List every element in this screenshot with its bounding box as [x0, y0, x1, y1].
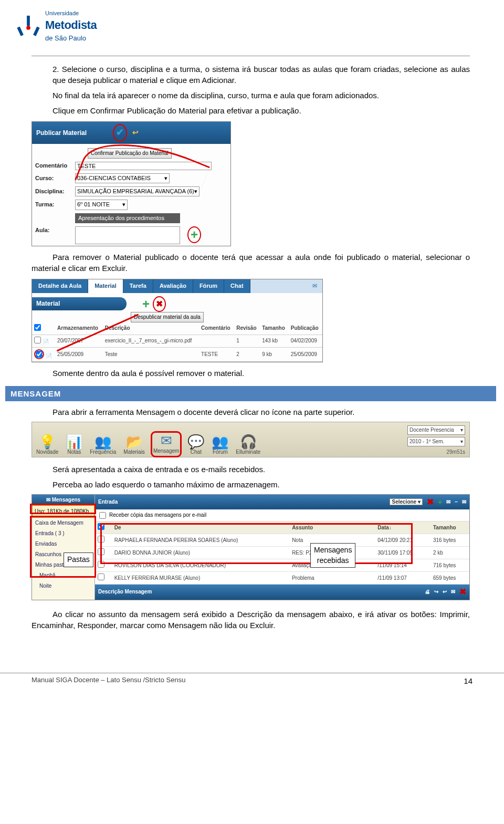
disciplina-label: Disciplina:	[35, 187, 72, 195]
x-icon[interactable]: ✖	[156, 298, 163, 310]
envelope-icon: ✉	[46, 497, 50, 503]
check-icon[interactable]: ✔	[116, 126, 124, 139]
svg-rect-0	[27, 16, 30, 26]
delete-icon[interactable]: ✖	[459, 586, 466, 598]
plus-icon[interactable]: +	[191, 228, 198, 241]
chevron-down-icon: ▾	[460, 438, 463, 445]
paragraph-clique: Clique em Confirmar Publicação do Materi…	[32, 105, 470, 116]
aula-listbox[interactable]	[75, 226, 180, 244]
delete-icon[interactable]: ✖	[427, 496, 434, 508]
copy-option[interactable]: Receber cópia das mensagens por e-mail	[95, 509, 469, 521]
logo-header: Universidade Metodista de São Paulo	[0, 0, 504, 56]
undo-icon[interactable]: ↩	[132, 128, 139, 138]
annotation-folders-box	[30, 516, 96, 578]
chart-icon: 📊	[66, 435, 82, 448]
svg-rect-1	[17, 27, 24, 36]
col-tamanho: Tamanho	[260, 322, 289, 335]
chevron-down-icon: ▾	[460, 426, 463, 434]
paragraph-caixa: Será apresentada a caixa de entrada e os…	[32, 464, 470, 475]
tab-detalhe[interactable]: Detalhe da Aula	[32, 279, 88, 293]
toolbar-mock: 💡Novidade 📊Notas 👥Frequência 📂Materiais …	[32, 422, 470, 457]
page-footer: Manual SIGA Docente – Lato Sensu /Strict…	[0, 673, 504, 686]
paragraph-final: No final da tela irá aparecer o nome da …	[32, 90, 470, 101]
mark-icon[interactable]: ✉	[446, 498, 450, 506]
turma-label: Turma:	[35, 201, 72, 208]
mail-icon[interactable]: ✉	[451, 588, 455, 596]
folder-item[interactable]: Noite	[32, 581, 94, 591]
x-circle: ✖	[153, 296, 166, 312]
profile-select[interactable]: Docente Presencia▾	[407, 425, 465, 435]
tb-chat[interactable]: 💬Chat	[187, 435, 204, 456]
paragraph-perceba: Perceba ao lado esquerdo o tamanho máxim…	[32, 479, 470, 490]
annotation-pastas-label: Pastas	[64, 552, 93, 567]
tb-mensagem[interactable]: ✉Mensagem	[152, 433, 180, 456]
tab-chat[interactable]: Chat	[224, 279, 250, 293]
col-revisao: Revisão	[234, 322, 260, 335]
forum-icon: 👥	[212, 435, 228, 448]
divider	[32, 56, 470, 56]
tb-elluminate[interactable]: 🎧Elluminate	[236, 435, 260, 456]
svg-rect-2	[33, 27, 40, 36]
table-row[interactable]: 📄 25/05/2009 Teste TESTE 2 9 kb 25/05/20…	[32, 347, 322, 361]
paragraph-ao-clicar: Ao clicar no assunto da mensagem será ex…	[32, 609, 470, 631]
inbox-mock: ✉ Mensagens Uso: 181Kb de 1080Kb Caixa d…	[32, 494, 470, 600]
logo-line1: Universidade	[45, 9, 97, 17]
col-publicacao: Publicação	[289, 322, 322, 335]
logo-text: Universidade Metodista de São Paulo	[45, 9, 97, 43]
annotation-quota-box	[30, 504, 96, 514]
row-check[interactable]	[34, 337, 41, 343]
list-item-2: 2. Selecione o curso, disciplina e a tur…	[32, 64, 470, 86]
page-number: 14	[464, 675, 472, 686]
paragraph-remover: Para remover o Material publicado o doce…	[32, 252, 470, 274]
print-icon[interactable]: 🖨	[425, 588, 430, 596]
envelope-icon[interactable]: ✉	[307, 279, 322, 293]
plus-icon[interactable]: +	[438, 498, 442, 506]
tb-frequencia[interactable]: 👥Frequência	[90, 435, 116, 456]
tab-tarefa[interactable]: Tarefa	[123, 279, 153, 293]
annotation-recebidas-label: Mensagens recebidas	[310, 543, 355, 568]
logo-line3: de São Paulo	[45, 34, 97, 43]
aula-label: Aula:	[35, 226, 72, 234]
reply-icon[interactable]: ↩	[443, 588, 447, 596]
check-all[interactable]	[34, 324, 41, 331]
inbox-row[interactable]: KELLY FERREIRA MURASE (Aluno)Problema/11…	[95, 572, 469, 585]
forward-icon[interactable]: ↪	[434, 588, 438, 596]
tab-forum[interactable]: Fórum	[193, 279, 224, 293]
turma-select[interactable]: 6º 01 NOITE▾	[75, 200, 128, 210]
minus-icon[interactable]: −	[455, 498, 458, 506]
footer-text: Manual SIGA Docente – Lato Sensu /Strict…	[32, 675, 185, 686]
entrada-header: Entrada Selecione ▾ ✖ + ✉ − ✉	[95, 495, 469, 509]
metodista-logo-icon	[16, 14, 41, 39]
paragraph-somente: Somente dentro da aula é possível remove…	[32, 368, 470, 379]
mail-icon: ✉	[153, 434, 179, 447]
row-check[interactable]	[36, 351, 43, 358]
file-icon: 📄	[43, 339, 49, 345]
section-mensagem: MENSAGEM	[5, 386, 496, 401]
folder-icon: 📂	[123, 435, 145, 448]
tab-material[interactable]: Material	[88, 279, 123, 293]
curso-label: Curso:	[35, 174, 72, 182]
tb-forum[interactable]: 👥Fórum	[212, 435, 228, 456]
publicar-material-mock: Publicar Material ✔ ↩ Confirmar Publicaç…	[32, 121, 231, 246]
tb-novidade[interactable]: 💡Novidade	[36, 435, 58, 456]
plus-icon[interactable]: +	[142, 298, 150, 310]
tb-notas[interactable]: 📊Notas	[66, 435, 82, 456]
row-check[interactable]	[98, 573, 104, 580]
logo-line2: Metodista	[45, 17, 97, 34]
svg-point-3	[26, 26, 30, 30]
descricao-bar: Descrição Mensagem 🖨 ↪ ↩ ✉ ✖	[95, 585, 469, 599]
tab-avaliacao[interactable]: Avaliação	[153, 279, 193, 293]
publicar-title: Publicar Material	[36, 129, 87, 138]
semester-select[interactable]: 2010 - 1º Sem.▾	[407, 437, 465, 446]
mark-icon[interactable]: ✉	[462, 498, 466, 506]
lightbulb-icon: 💡	[36, 435, 58, 448]
people-icon: 👥	[90, 435, 116, 448]
check-icon-circle: ✔	[113, 124, 127, 141]
chevron-down-icon: ▾	[122, 201, 125, 208]
despublicar-button[interactable]: Despublicar material da aula	[131, 312, 204, 322]
copy-checkbox[interactable]	[99, 512, 106, 519]
col-comentario: Comentário	[199, 322, 234, 335]
tabstrip: Detalhe da Aula Material Tarefa Avaliaçã…	[32, 279, 322, 293]
tb-materiais[interactable]: 📂Materiais	[123, 435, 145, 456]
selecione-dropdown[interactable]: Selecione ▾	[390, 498, 422, 506]
